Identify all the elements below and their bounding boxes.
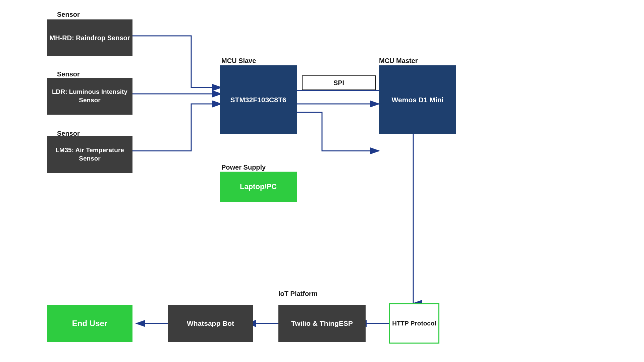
end-user-block: End User <box>47 305 132 342</box>
laptop-block: Laptop/PC <box>220 172 297 202</box>
diagram-container: Sensor Sensor Sensor MCU Slave MCU Maste… <box>0 0 644 362</box>
spi-block: SPI <box>302 75 376 90</box>
ldr-sensor-block: LDR: Luminous Intensity Sensor <box>47 78 132 115</box>
raindrop-sensor-block: MH-RD: Raindrop Sensor <box>47 19 132 56</box>
sensor2-label: Sensor <box>57 70 80 78</box>
mcu-master-label: MCU Master <box>379 57 418 65</box>
mcu-slave-label: MCU Slave <box>221 57 256 65</box>
whatsapp-bot-block: Whatsapp Bot <box>168 305 253 342</box>
http-block: HTTP Protocol <box>389 303 439 344</box>
stm32-block: STM32F103C8T6 <box>220 65 297 134</box>
lm35-sensor-block: LM35: Air Temperature Sensor <box>47 136 132 173</box>
wemos-block: Wemos D1 Mini <box>379 65 456 134</box>
twilio-block: Twilio & ThingESP <box>278 305 366 342</box>
iot-platform-label: IoT Platform <box>278 290 318 298</box>
power-supply-label: Power Supply <box>221 164 266 171</box>
sensor1-label: Sensor <box>57 11 80 18</box>
